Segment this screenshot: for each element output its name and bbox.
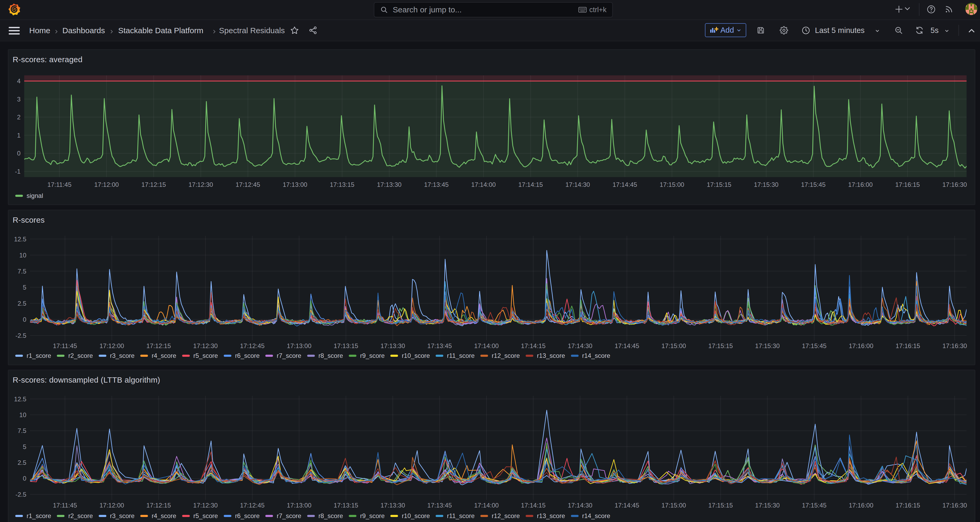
svg-text:7.5: 7.5 — [18, 268, 26, 275]
svg-text:17:13:45: 17:13:45 — [427, 502, 452, 509]
svg-text:1: 1 — [17, 132, 21, 139]
svg-text:12.5: 12.5 — [14, 396, 26, 402]
svg-text:17:13:15: 17:13:15 — [330, 181, 354, 188]
svg-text:17:13:30: 17:13:30 — [380, 502, 405, 509]
svg-text:17:12:15: 17:12:15 — [146, 502, 171, 509]
svg-text:12.5: 12.5 — [14, 236, 26, 243]
svg-text:17:14:30: 17:14:30 — [568, 342, 592, 350]
svg-text:17:12:45: 17:12:45 — [235, 181, 260, 188]
svg-text:17:15:00: 17:15:00 — [662, 502, 686, 509]
svg-text:17:16:00: 17:16:00 — [848, 181, 873, 188]
svg-text:17:14:15: 17:14:15 — [521, 502, 546, 509]
svg-text:10: 10 — [19, 252, 26, 259]
svg-text:17:13:15: 17:13:15 — [334, 502, 358, 509]
svg-text:17:15:45: 17:15:45 — [801, 181, 826, 188]
svg-text:17:15:45: 17:15:45 — [802, 502, 826, 509]
svg-text:0: 0 — [17, 150, 21, 157]
svg-text:17:14:15: 17:14:15 — [518, 181, 543, 188]
svg-text:17:12:15: 17:12:15 — [142, 181, 166, 188]
svg-text:17:11:45: 17:11:45 — [53, 502, 77, 509]
svg-text:0: 0 — [23, 316, 26, 323]
svg-text:17:14:45: 17:14:45 — [612, 181, 637, 188]
svg-text:10: 10 — [19, 411, 26, 418]
svg-text:-2.5: -2.5 — [16, 491, 26, 498]
svg-text:17:15:45: 17:15:45 — [802, 342, 826, 350]
svg-text:-2.5: -2.5 — [16, 332, 26, 339]
svg-text:17:16:30: 17:16:30 — [942, 181, 967, 188]
svg-text:17:12:30: 17:12:30 — [193, 342, 218, 350]
svg-text:17:14:30: 17:14:30 — [565, 181, 590, 188]
svg-text:17:13:00: 17:13:00 — [287, 342, 312, 350]
svg-text:17:16:15: 17:16:15 — [896, 342, 920, 350]
svg-text:17:15:30: 17:15:30 — [755, 502, 780, 509]
svg-text:5: 5 — [23, 284, 26, 291]
svg-text:17:12:30: 17:12:30 — [193, 502, 218, 509]
svg-text:17:12:30: 17:12:30 — [188, 181, 213, 188]
svg-text:17:15:30: 17:15:30 — [755, 342, 780, 350]
svg-text:17:12:15: 17:12:15 — [146, 342, 171, 350]
svg-text:17:16:30: 17:16:30 — [942, 502, 967, 509]
svg-text:4: 4 — [17, 77, 21, 85]
svg-text:17:13:00: 17:13:00 — [287, 502, 312, 509]
svg-text:2.5: 2.5 — [18, 300, 26, 307]
svg-text:17:11:45: 17:11:45 — [48, 181, 72, 188]
svg-text:17:16:00: 17:16:00 — [849, 342, 873, 350]
svg-text:17:14:30: 17:14:30 — [568, 502, 592, 509]
svg-text:17:16:15: 17:16:15 — [895, 181, 920, 188]
svg-text:17:16:00: 17:16:00 — [849, 502, 873, 509]
svg-text:17:12:00: 17:12:00 — [100, 342, 124, 350]
svg-text:17:15:15: 17:15:15 — [708, 502, 733, 509]
svg-text:2: 2 — [17, 113, 21, 121]
svg-text:0: 0 — [23, 475, 26, 482]
svg-text:17:15:00: 17:15:00 — [662, 342, 686, 350]
svg-text:17:15:30: 17:15:30 — [754, 181, 778, 188]
svg-text:17:13:30: 17:13:30 — [377, 181, 401, 188]
svg-text:17:14:00: 17:14:00 — [474, 342, 498, 350]
svg-text:17:16:30: 17:16:30 — [942, 342, 967, 350]
svg-text:17:16:15: 17:16:15 — [896, 502, 920, 509]
svg-text:17:13:15: 17:13:15 — [334, 342, 358, 350]
svg-text:17:13:45: 17:13:45 — [427, 342, 452, 350]
svg-text:17:15:15: 17:15:15 — [707, 181, 731, 188]
svg-text:17:11:45: 17:11:45 — [53, 342, 77, 350]
svg-text:7.5: 7.5 — [18, 427, 26, 434]
svg-text:17:14:45: 17:14:45 — [615, 502, 639, 509]
svg-text:17:14:00: 17:14:00 — [474, 502, 498, 509]
svg-text:17:12:00: 17:12:00 — [100, 502, 124, 509]
svg-text:-1: -1 — [15, 168, 21, 175]
svg-text:3: 3 — [17, 96, 21, 103]
svg-text:17:13:00: 17:13:00 — [283, 181, 307, 188]
svg-text:17:14:15: 17:14:15 — [521, 342, 546, 350]
svg-text:17:13:30: 17:13:30 — [380, 342, 405, 350]
svg-text:17:12:00: 17:12:00 — [94, 181, 119, 188]
svg-text:17:12:45: 17:12:45 — [240, 342, 264, 350]
svg-text:17:14:45: 17:14:45 — [615, 342, 639, 350]
svg-text:17:12:45: 17:12:45 — [240, 502, 264, 509]
svg-text:17:13:45: 17:13:45 — [424, 181, 449, 188]
svg-text:5: 5 — [23, 443, 26, 450]
svg-text:17:15:15: 17:15:15 — [708, 342, 733, 350]
svg-text:17:14:00: 17:14:00 — [471, 181, 496, 188]
svg-text:17:15:00: 17:15:00 — [660, 181, 684, 188]
svg-text:2.5: 2.5 — [18, 459, 26, 466]
